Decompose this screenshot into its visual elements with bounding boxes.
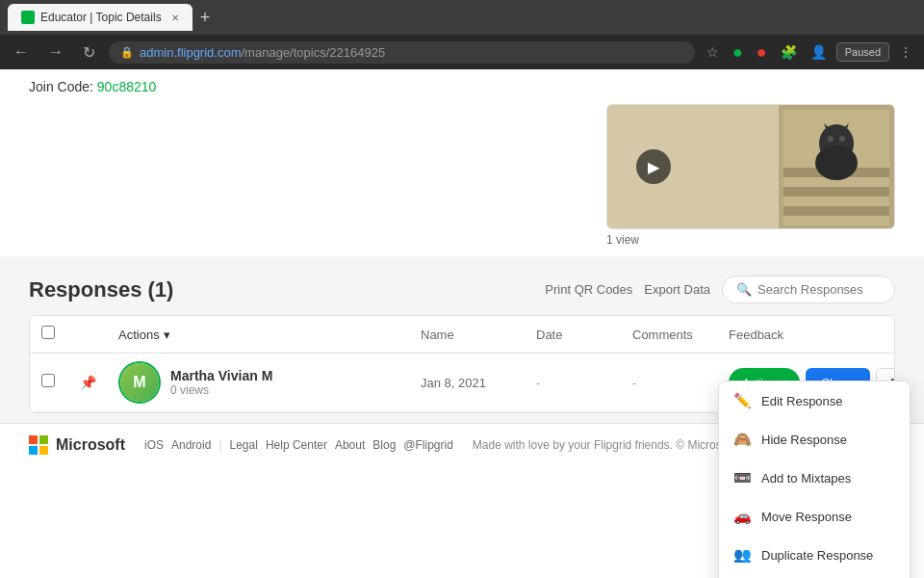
url-text: admin.flipgrid.com/manage/topics/2216492… xyxy=(140,45,385,60)
join-code-link[interactable]: 90c88210 xyxy=(97,79,157,94)
address-bar: ← → ↻ 🔒 admin.flipgrid.com/manage/topics… xyxy=(0,35,924,69)
search-input[interactable] xyxy=(757,282,881,297)
name-info: Martha Vivian M 0 views xyxy=(170,368,272,397)
dropdown-menu: ✏️ Edit Response 🙈 Hide Response 📼 Add t… xyxy=(718,381,911,578)
responses-actions: Print QR Codes Export Data 🔍 xyxy=(545,276,895,303)
svg-rect-3 xyxy=(783,206,889,216)
row-checkbox[interactable] xyxy=(41,374,55,387)
footer-legal-link[interactable]: Legal xyxy=(230,438,258,452)
footer-ios-link[interactable]: iOS xyxy=(144,438,164,452)
browser-chrome: Educator | Topic Details ✕ + xyxy=(0,0,924,35)
ms-logo-grid xyxy=(29,435,48,455)
lock-icon: 🔒 xyxy=(120,46,134,59)
browser-actions: ☆ ● ● 🧩 👤 Paused ⋮ xyxy=(703,39,916,66)
actions-label: Actions xyxy=(118,328,160,342)
duplicate-icon: 👥 xyxy=(732,545,752,565)
actions-column-button[interactable]: Actions ▾ xyxy=(118,328,170,342)
join-code-label: Join Code: xyxy=(29,79,93,94)
ms-blue-square xyxy=(29,446,38,455)
view-count: 1 view xyxy=(606,233,895,247)
microsoft-logo: Microsoft xyxy=(29,435,125,455)
move-response-label: Move Response xyxy=(761,510,852,524)
mixtapes-icon: 📼 xyxy=(732,468,752,487)
comments-column-header: Comments xyxy=(632,328,729,342)
tab-bar: Educator | Topic Details ✕ + xyxy=(8,4,214,32)
avatar: M xyxy=(118,361,161,404)
menu-item-mixtapes[interactable]: 📼 Add to Mixtapes xyxy=(719,459,910,497)
table-header: Actions ▾ Name Date Comments Feedback xyxy=(30,316,894,354)
active-tab[interactable]: Educator | Topic Details ✕ xyxy=(8,4,192,31)
profile-red[interactable]: ● xyxy=(753,39,771,66)
footer-flipgrid-link[interactable]: @Flipgrid xyxy=(403,438,453,452)
user-profile[interactable]: 👤 xyxy=(807,40,831,64)
menu-item-move[interactable]: 🚗 Move Response xyxy=(719,497,910,536)
add-mixtapes-label: Add to Mixtapes xyxy=(761,471,851,486)
join-section: Join Code: 90c88210 xyxy=(0,69,924,104)
search-icon: 🔍 xyxy=(736,282,752,297)
paused-button[interactable]: Paused xyxy=(836,42,889,62)
ms-yellow-square xyxy=(39,446,48,455)
bookmark-button[interactable]: ☆ xyxy=(703,40,723,64)
profile-green[interactable]: ● xyxy=(729,39,747,66)
ms-red-square xyxy=(29,435,38,444)
footer-links: iOS Android | Legal Help Center About Bl… xyxy=(144,438,453,452)
menu-item-hide[interactable]: 🙈 Hide Response xyxy=(719,420,910,459)
svg-point-6 xyxy=(828,136,834,142)
responses-title: Responses (1) xyxy=(29,277,173,302)
move-icon: 🚗 xyxy=(732,507,752,526)
edit-response-label: Edit Response xyxy=(761,394,843,408)
response-date: Jan 8, 2021 xyxy=(421,376,536,390)
ms-green-square xyxy=(39,435,48,444)
date-column-header: Date xyxy=(536,328,632,342)
search-box[interactable]: 🔍 xyxy=(722,276,895,303)
menu-item-edit[interactable]: ✏️ Edit Response xyxy=(719,381,910,420)
duplicate-response-label: Duplicate Response xyxy=(761,548,873,563)
footer-android-link[interactable]: Android xyxy=(171,438,211,452)
avatar-initials: M xyxy=(120,363,159,402)
microsoft-text: Microsoft xyxy=(56,436,125,454)
response-feedback: - xyxy=(632,376,729,390)
new-tab-button[interactable]: + xyxy=(196,4,215,32)
footer-about-link[interactable]: About xyxy=(335,438,365,452)
back-button[interactable]: ← xyxy=(8,39,35,65)
refresh-button[interactable]: ↻ xyxy=(77,39,101,66)
menu-button[interactable]: ⋮ xyxy=(895,40,916,64)
svg-point-5 xyxy=(815,145,858,180)
menu-item-download-video[interactable]: 🎬 Download Video xyxy=(719,574,910,578)
name-cell: M Martha Vivian M 0 views xyxy=(118,361,421,404)
forward-button[interactable]: → xyxy=(42,39,69,65)
print-qr-button[interactable]: Print QR Codes xyxy=(545,282,632,297)
hide-response-label: Hide Response xyxy=(761,433,847,447)
response-views: 0 views xyxy=(170,383,272,397)
tab-title: Educator | Topic Details xyxy=(40,11,162,24)
response-name: Martha Vivian M xyxy=(170,368,272,383)
url-bar[interactable]: 🔒 admin.flipgrid.com/manage/topics/22164… xyxy=(109,41,695,64)
feedback-column-header: Feedback xyxy=(729,328,883,342)
svg-rect-2 xyxy=(783,187,889,197)
cat-image xyxy=(783,110,889,225)
svg-point-7 xyxy=(839,136,845,142)
tab-close[interactable]: ✕ xyxy=(171,13,179,23)
favicon xyxy=(21,11,35,24)
pin-icon: 📌 xyxy=(80,375,118,390)
play-button[interactable]: ▶ xyxy=(636,149,671,184)
video-container: ▶ xyxy=(606,104,895,229)
chevron-down-icon: ▾ xyxy=(164,328,170,342)
edit-icon: ✏️ xyxy=(732,391,752,410)
footer-helpcenter-link[interactable]: Help Center xyxy=(266,438,327,452)
select-all-checkbox[interactable] xyxy=(41,326,55,339)
hide-icon: 🙈 xyxy=(732,430,752,449)
menu-item-duplicate[interactable]: 👥 Duplicate Response xyxy=(719,536,910,574)
response-comments: - xyxy=(536,376,632,390)
footer-blog-link[interactable]: Blog xyxy=(372,438,396,452)
extensions-button[interactable]: 🧩 xyxy=(777,40,801,64)
name-column-header: Name xyxy=(421,328,536,342)
export-data-button[interactable]: Export Data xyxy=(644,282,710,297)
responses-header: Responses (1) Print QR Codes Export Data… xyxy=(29,276,895,303)
